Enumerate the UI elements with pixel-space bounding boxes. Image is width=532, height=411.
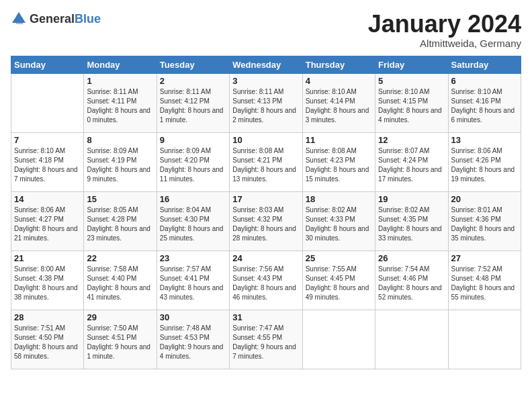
logo-icon bbox=[11, 11, 27, 27]
calendar-cell-w1-d4: 11Sunrise: 8:08 AMSunset: 4:23 PMDayligh… bbox=[302, 132, 375, 191]
day-number: 31 bbox=[232, 312, 299, 322]
day-info: Sunrise: 8:10 AMSunset: 4:15 PMDaylight:… bbox=[378, 87, 445, 125]
day-number: 12 bbox=[378, 135, 445, 145]
calendar-cell-w3-d4: 25Sunrise: 7:55 AMSunset: 4:45 PMDayligh… bbox=[302, 250, 375, 310]
calendar-header-row: Sunday Monday Tuesday Wednesday Thursday… bbox=[11, 56, 521, 73]
svg-marker-1 bbox=[16, 17, 23, 24]
day-number: 15 bbox=[87, 194, 153, 204]
day-info: Sunrise: 7:51 AMSunset: 4:50 PMDaylight:… bbox=[14, 324, 81, 361]
calendar-cell-w0-d4: 4Sunrise: 8:10 AMSunset: 4:14 PMDaylight… bbox=[302, 73, 375, 132]
day-info: Sunrise: 8:01 AMSunset: 4:36 PMDaylight:… bbox=[451, 205, 518, 243]
col-saturday: Saturday bbox=[448, 56, 521, 73]
day-info: Sunrise: 8:09 AMSunset: 4:19 PMDaylight:… bbox=[87, 146, 153, 184]
calendar-week-3: 21Sunrise: 8:00 AMSunset: 4:38 PMDayligh… bbox=[11, 250, 521, 310]
day-number: 28 bbox=[14, 312, 81, 322]
day-number: 29 bbox=[87, 312, 153, 322]
calendar-cell-w3-d2: 23Sunrise: 7:57 AMSunset: 4:41 PMDayligh… bbox=[157, 250, 229, 310]
day-info: Sunrise: 7:55 AMSunset: 4:45 PMDaylight:… bbox=[306, 265, 372, 302]
calendar-cell-w1-d3: 10Sunrise: 8:08 AMSunset: 4:21 PMDayligh… bbox=[230, 132, 302, 191]
calendar-cell-w1-d2: 9Sunrise: 8:09 AMSunset: 4:20 PMDaylight… bbox=[157, 132, 229, 191]
calendar-cell-w4-d3: 31Sunrise: 7:47 AMSunset: 4:55 PMDayligh… bbox=[230, 310, 302, 369]
calendar-cell-w2-d6: 20Sunrise: 8:01 AMSunset: 4:36 PMDayligh… bbox=[448, 191, 521, 250]
logo-blue: Blue bbox=[75, 12, 101, 26]
day-info: Sunrise: 8:02 AMSunset: 4:35 PMDaylight:… bbox=[378, 205, 445, 243]
calendar-cell-w3-d0: 21Sunrise: 8:00 AMSunset: 4:38 PMDayligh… bbox=[11, 250, 84, 310]
calendar-cell-w4-d2: 30Sunrise: 7:48 AMSunset: 4:53 PMDayligh… bbox=[157, 310, 229, 369]
day-number: 30 bbox=[160, 312, 226, 322]
day-info: Sunrise: 8:08 AMSunset: 4:21 PMDaylight:… bbox=[232, 146, 299, 184]
calendar-cell-w4-d4 bbox=[302, 310, 375, 369]
day-number: 7 bbox=[14, 135, 81, 145]
logo: GeneralBlue bbox=[11, 11, 101, 27]
calendar-cell-w4-d0: 28Sunrise: 7:51 AMSunset: 4:50 PMDayligh… bbox=[11, 310, 84, 369]
col-wednesday: Wednesday bbox=[230, 56, 302, 73]
day-info: Sunrise: 7:48 AMSunset: 4:53 PMDaylight:… bbox=[160, 324, 226, 361]
day-info: Sunrise: 8:02 AMSunset: 4:33 PMDaylight:… bbox=[306, 205, 372, 243]
day-number: 10 bbox=[232, 135, 299, 145]
calendar-week-0: 1Sunrise: 8:11 AMSunset: 4:11 PMDaylight… bbox=[11, 73, 521, 132]
col-sunday: Sunday bbox=[11, 56, 84, 73]
calendar-cell-w0-d5: 5Sunrise: 8:10 AMSunset: 4:15 PMDaylight… bbox=[375, 73, 448, 132]
calendar-cell-w3-d1: 22Sunrise: 7:58 AMSunset: 4:40 PMDayligh… bbox=[84, 250, 157, 310]
calendar-cell-w3-d5: 26Sunrise: 7:54 AMSunset: 4:46 PMDayligh… bbox=[375, 250, 448, 310]
day-number: 16 bbox=[160, 194, 226, 204]
day-number: 24 bbox=[232, 253, 299, 263]
day-info: Sunrise: 8:10 AMSunset: 4:14 PMDaylight:… bbox=[306, 87, 372, 125]
day-info: Sunrise: 7:58 AMSunset: 4:40 PMDaylight:… bbox=[87, 265, 153, 302]
day-info: Sunrise: 7:50 AMSunset: 4:51 PMDaylight:… bbox=[87, 324, 153, 361]
day-number: 19 bbox=[378, 194, 445, 204]
day-info: Sunrise: 8:06 AMSunset: 4:26 PMDaylight:… bbox=[451, 146, 518, 184]
day-info: Sunrise: 8:07 AMSunset: 4:24 PMDaylight:… bbox=[378, 146, 445, 184]
day-number: 4 bbox=[306, 76, 372, 86]
calendar-cell-w2-d4: 18Sunrise: 8:02 AMSunset: 4:33 PMDayligh… bbox=[302, 191, 375, 250]
day-number: 22 bbox=[87, 253, 153, 263]
calendar-cell-w4-d1: 29Sunrise: 7:50 AMSunset: 4:51 PMDayligh… bbox=[84, 310, 157, 369]
title-block: January 2024 Altmittweida, Germany bbox=[368, 11, 521, 49]
calendar-cell-w1-d0: 7Sunrise: 8:10 AMSunset: 4:18 PMDaylight… bbox=[11, 132, 84, 191]
day-info: Sunrise: 8:08 AMSunset: 4:23 PMDaylight:… bbox=[306, 146, 372, 184]
calendar-cell-w4-d5 bbox=[375, 310, 448, 369]
day-info: Sunrise: 7:56 AMSunset: 4:43 PMDaylight:… bbox=[232, 265, 299, 302]
day-number: 11 bbox=[306, 135, 372, 145]
col-monday: Monday bbox=[84, 56, 157, 73]
day-number: 26 bbox=[378, 253, 445, 263]
day-info: Sunrise: 7:47 AMSunset: 4:55 PMDaylight:… bbox=[232, 324, 299, 361]
day-number: 1 bbox=[87, 76, 153, 86]
day-number: 14 bbox=[14, 194, 81, 204]
day-number: 20 bbox=[451, 194, 518, 204]
day-info: Sunrise: 7:54 AMSunset: 4:46 PMDaylight:… bbox=[378, 265, 445, 302]
calendar-cell-w3-d3: 24Sunrise: 7:56 AMSunset: 4:43 PMDayligh… bbox=[230, 250, 302, 310]
calendar-cell-w1-d1: 8Sunrise: 8:09 AMSunset: 4:19 PMDaylight… bbox=[84, 132, 157, 191]
location-title: Altmittweida, Germany bbox=[368, 38, 521, 49]
logo-general: General bbox=[30, 12, 75, 26]
calendar-cell-w0-d1: 1Sunrise: 8:11 AMSunset: 4:11 PMDaylight… bbox=[84, 73, 157, 132]
calendar-cell-w4-d6 bbox=[448, 310, 521, 369]
day-number: 21 bbox=[14, 253, 81, 263]
calendar-cell-w2-d0: 14Sunrise: 8:06 AMSunset: 4:27 PMDayligh… bbox=[11, 191, 84, 250]
logo-text: GeneralBlue bbox=[30, 12, 101, 26]
day-info: Sunrise: 8:05 AMSunset: 4:28 PMDaylight:… bbox=[87, 205, 153, 243]
day-info: Sunrise: 8:03 AMSunset: 4:32 PMDaylight:… bbox=[232, 205, 299, 243]
day-number: 27 bbox=[451, 253, 518, 263]
day-number: 18 bbox=[306, 194, 372, 204]
day-number: 6 bbox=[451, 76, 518, 86]
col-tuesday: Tuesday bbox=[157, 56, 229, 73]
calendar-cell-w0-d2: 2Sunrise: 8:11 AMSunset: 4:12 PMDaylight… bbox=[157, 73, 229, 132]
col-thursday: Thursday bbox=[302, 56, 375, 73]
calendar-cell-w2-d1: 15Sunrise: 8:05 AMSunset: 4:28 PMDayligh… bbox=[84, 191, 157, 250]
day-info: Sunrise: 8:11 AMSunset: 4:12 PMDaylight:… bbox=[160, 87, 226, 125]
calendar-cell-w2-d3: 17Sunrise: 8:03 AMSunset: 4:32 PMDayligh… bbox=[230, 191, 302, 250]
day-number: 8 bbox=[87, 135, 153, 145]
header: GeneralBlue January 2024 Altmittweida, G… bbox=[11, 11, 521, 49]
day-number: 17 bbox=[232, 194, 299, 204]
day-info: Sunrise: 8:10 AMSunset: 4:16 PMDaylight:… bbox=[451, 87, 518, 125]
day-number: 25 bbox=[306, 253, 372, 263]
day-info: Sunrise: 8:10 AMSunset: 4:18 PMDaylight:… bbox=[14, 146, 81, 184]
calendar-cell-w3-d6: 27Sunrise: 7:52 AMSunset: 4:48 PMDayligh… bbox=[448, 250, 521, 310]
day-info: Sunrise: 8:04 AMSunset: 4:30 PMDaylight:… bbox=[160, 205, 226, 243]
calendar-cell-w0-d3: 3Sunrise: 8:11 AMSunset: 4:13 PMDaylight… bbox=[230, 73, 302, 132]
day-info: Sunrise: 7:57 AMSunset: 4:41 PMDaylight:… bbox=[160, 265, 226, 302]
calendar-cell-w1-d5: 12Sunrise: 8:07 AMSunset: 4:24 PMDayligh… bbox=[375, 132, 448, 191]
day-info: Sunrise: 8:09 AMSunset: 4:20 PMDaylight:… bbox=[160, 146, 226, 184]
col-friday: Friday bbox=[375, 56, 448, 73]
